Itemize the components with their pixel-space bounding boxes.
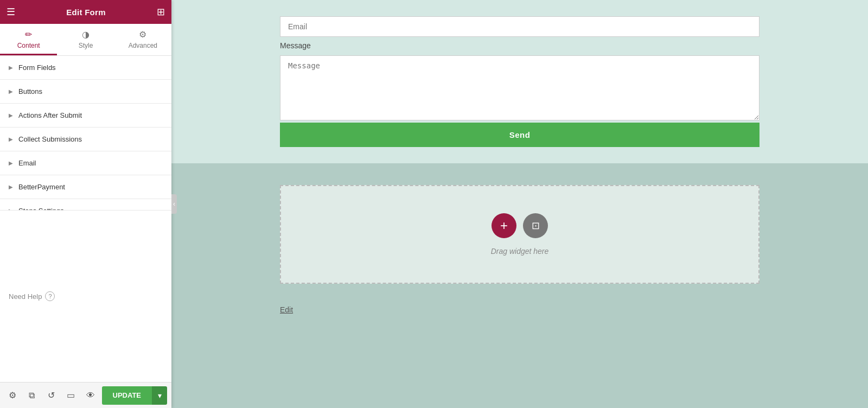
grid-icon[interactable]: ⊞ (157, 6, 165, 18)
content-tab-label: Content (17, 42, 40, 49)
tab-style[interactable]: ◑ Style (57, 24, 114, 55)
style-tab-label: Style (79, 42, 93, 49)
message-textarea[interactable] (280, 55, 760, 120)
canvas: Message Send + ⊡ Drag widget here Edit (171, 0, 868, 408)
tab-content[interactable]: ✏ Content (0, 24, 57, 55)
add-widget-button[interactable]: + (492, 213, 516, 238)
accordion-better-payment: ▶ BetterPayment (0, 175, 171, 199)
label-email: Email (18, 159, 36, 167)
send-button[interactable]: Send (280, 123, 760, 147)
drag-widget-label: Drag widget here (491, 247, 549, 256)
drop-zone: + ⊡ Drag widget here (171, 185, 868, 284)
email-field-wrap (280, 16, 760, 37)
bottom-toolbar: ⚙ ⧉ ↺ ▭ 👁 UPDATE ▾ (0, 382, 171, 408)
accordion-header-better-payment[interactable]: ▶ BetterPayment (0, 175, 171, 199)
arrow-buttons: ▶ (9, 88, 13, 94)
tab-bar: ✏ Content ◑ Style ⚙ Advanced (0, 24, 171, 56)
accordion-actions-after-submit: ▶ Actions After Submit (0, 104, 171, 127)
arrow-email: ▶ (9, 160, 13, 166)
form-container: Message Send (171, 0, 868, 163)
accordion-header-collect-submissions[interactable]: ▶ Collect Submissions (0, 127, 171, 151)
toolbar-layers-btn[interactable]: ⧉ (24, 387, 40, 404)
drop-zone-inner[interactable]: + ⊡ Drag widget here (280, 185, 760, 284)
widget-button[interactable]: ⊡ (523, 213, 548, 238)
form-section: Message Send (280, 16, 760, 147)
accordion-header-form-fields[interactable]: ▶ Form Fields (0, 56, 171, 79)
advanced-tab-icon: ⚙ (139, 29, 146, 40)
update-button[interactable]: UPDATE (102, 386, 152, 405)
accordion-list: ▶ Form Fields ▶ Buttons ▶ Actions After … (0, 56, 171, 210)
accordion-header-steps-settings[interactable]: ▶ Steps Settings (0, 199, 171, 210)
style-tab-icon: ◑ (82, 29, 90, 40)
label-actions-after-submit: Actions After Submit (18, 111, 82, 119)
edit-link[interactable]: Edit (171, 284, 401, 320)
sidebar-header: ☰ Edit Form ⊞ (0, 0, 171, 24)
toolbar-responsive-btn[interactable]: ▭ (63, 387, 79, 404)
message-field-wrap: Message (280, 37, 760, 123)
label-buttons: Buttons (18, 87, 42, 95)
tab-advanced[interactable]: ⚙ Advanced (114, 24, 171, 55)
accordion-collect-submissions: ▶ Collect Submissions (0, 127, 171, 151)
label-better-payment: BetterPayment (18, 183, 65, 191)
label-form-fields: Form Fields (18, 63, 56, 72)
arrow-better-payment: ▶ (9, 184, 13, 190)
need-help-section[interactable]: Need Help ? (0, 210, 171, 382)
collapse-handle[interactable] (171, 194, 177, 214)
accordion-buttons: ▶ Buttons (0, 80, 171, 104)
email-input[interactable] (280, 16, 760, 37)
message-label: Message (280, 37, 760, 52)
arrow-actions-after-submit: ▶ (9, 112, 13, 118)
toolbar-preview-btn[interactable]: 👁 (82, 387, 99, 404)
drop-buttons: + ⊡ (492, 213, 548, 238)
advanced-tab-label: Advanced (129, 42, 157, 49)
toolbar-settings-btn[interactable]: ⚙ (4, 387, 21, 404)
update-dropdown-button[interactable]: ▾ (152, 386, 167, 405)
sidebar: ☰ Edit Form ⊞ ✏ Content ◑ Style ⚙ Advanc… (0, 0, 171, 408)
sidebar-title: Edit Form (66, 8, 106, 17)
update-btn-group: UPDATE ▾ (102, 386, 167, 405)
need-help-label: Need Help (9, 292, 42, 301)
accordion-header-email[interactable]: ▶ Email (0, 151, 171, 175)
arrow-form-fields: ▶ (9, 65, 13, 71)
content-tab-icon: ✏ (25, 29, 32, 40)
help-icon: ? (45, 291, 55, 301)
accordion-steps-settings: ▶ Steps Settings (0, 199, 171, 210)
accordion-form-fields: ▶ Form Fields (0, 56, 171, 80)
accordion-header-actions-after-submit[interactable]: ▶ Actions After Submit (0, 104, 171, 127)
toolbar-history-btn[interactable]: ↺ (43, 387, 60, 404)
menu-icon[interactable]: ☰ (7, 6, 15, 18)
arrow-collect-submissions: ▶ (9, 136, 13, 142)
label-collect-submissions: Collect Submissions (18, 135, 82, 143)
accordion-email: ▶ Email (0, 151, 171, 175)
accordion-header-buttons[interactable]: ▶ Buttons (0, 80, 171, 103)
